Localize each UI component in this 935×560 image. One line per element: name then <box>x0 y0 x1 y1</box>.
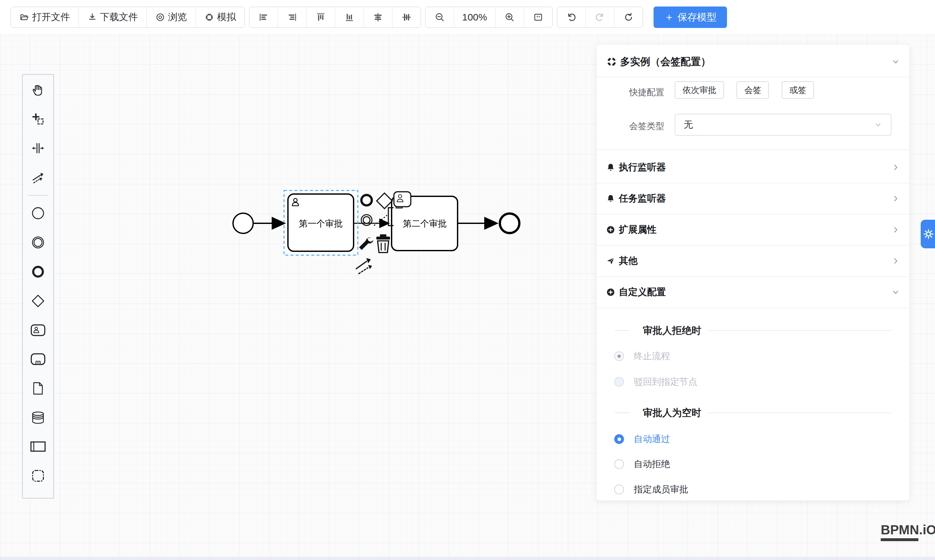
chevron-down-icon[interactable] <box>891 57 900 66</box>
chevron-down-icon <box>891 288 900 297</box>
palette-create-user-task[interactable] <box>29 323 46 337</box>
simulate-label: 模拟 <box>217 11 236 24</box>
subprocess-icon <box>30 352 46 366</box>
undo-button[interactable] <box>557 7 585 27</box>
section-execution-listener[interactable]: 执行监听器 <box>597 152 909 183</box>
gateway-icon <box>31 294 45 308</box>
reset-icon <box>623 12 634 22</box>
palette-create-participant[interactable] <box>29 440 46 454</box>
palette-create-start-event[interactable] <box>29 206 46 220</box>
zoom-group: 100% <box>425 6 553 28</box>
section-extended-properties[interactable]: 扩展属性 <box>597 214 909 246</box>
plus-icon: ＋ <box>664 10 674 25</box>
empty-section-header: 审批人为空时 <box>597 405 909 420</box>
sign-type-value: 无 <box>684 118 693 131</box>
quick-config-options: 依次审批 会签 或签 <box>675 81 825 99</box>
quick-option-countersign[interactable]: 会签 <box>737 81 769 99</box>
change-type-wrench-icon[interactable] <box>359 238 374 250</box>
section-task-listener[interactable]: 任务监听器 <box>597 183 909 214</box>
sign-type-select[interactable]: 无 <box>675 114 892 136</box>
preview-button[interactable]: 浏览 <box>146 7 195 27</box>
align-top-button[interactable] <box>306 7 335 27</box>
radio-button[interactable] <box>614 459 624 469</box>
align-top-icon <box>315 12 326 22</box>
palette-create-data-store[interactable] <box>29 411 46 425</box>
radio-button[interactable] <box>614 377 624 387</box>
radio-return-to-node[interactable]: 驳回到指定节点 <box>614 374 697 390</box>
delete-trash-icon[interactable] <box>376 234 390 252</box>
start-event-shape[interactable] <box>233 213 253 233</box>
history-group <box>557 6 643 28</box>
align-left-button[interactable] <box>249 7 278 27</box>
redo-icon <box>595 12 605 22</box>
palette-hand-tool[interactable] <box>29 83 46 97</box>
align-right-button[interactable] <box>278 7 306 27</box>
gear-icon <box>923 228 934 240</box>
radio-assign-member[interactable]: 指定成员审批 <box>614 482 688 497</box>
append-intermediate-event-icon[interactable] <box>361 215 372 226</box>
align-vertical-center-button[interactable] <box>363 7 392 27</box>
palette-create-gateway[interactable] <box>29 294 46 308</box>
radio-auto-pass[interactable]: 自动通过 <box>614 431 670 447</box>
bpmn-io-logo[interactable]: BPMN.iO <box>881 523 935 541</box>
quick-option-orsign[interactable]: 或签 <box>781 81 814 99</box>
end-event-shape[interactable] <box>500 214 519 233</box>
palette-create-intermediate-event[interactable] <box>29 235 46 249</box>
zoom-out-button[interactable] <box>426 7 454 27</box>
palette-create-group[interactable] <box>29 469 46 483</box>
palette-create-data-object[interactable] <box>29 381 46 395</box>
data-object-icon <box>32 381 45 395</box>
palette-create-subprocess[interactable] <box>29 352 46 366</box>
user-task-1-label: 第一个审批 <box>299 219 343 228</box>
quick-option-sequential[interactable]: 依次审批 <box>675 81 724 99</box>
divider <box>597 77 909 77</box>
header-dash <box>615 412 629 413</box>
simulate-button[interactable]: 模拟 <box>195 7 245 27</box>
download-file-label: 下载文件 <box>100 11 138 24</box>
append-gateway-icon[interactable] <box>377 193 392 209</box>
chip-icon <box>205 12 214 22</box>
align-bottom-button[interactable] <box>335 7 363 27</box>
intermediate-event-icon <box>31 235 45 249</box>
append-user-task-icon[interactable] <box>394 192 411 207</box>
send-icon <box>606 256 615 266</box>
align-horizontal-center-button[interactable] <box>392 7 421 27</box>
open-file-button[interactable]: 打开文件 <box>11 7 78 27</box>
divider <box>597 149 909 150</box>
section-other[interactable]: 其他 <box>597 246 909 277</box>
append-end-event-icon[interactable] <box>361 195 372 205</box>
zoom-in-button[interactable] <box>495 7 524 27</box>
radio-auto-reject[interactable]: 自动拒绝 <box>614 456 670 472</box>
end-event-icon <box>31 265 45 279</box>
redo-button[interactable] <box>585 7 614 27</box>
reject-section-title: 审批人拒绝时 <box>643 324 701 337</box>
save-model-label: 保存模型 <box>678 11 717 24</box>
radio-button[interactable] <box>614 434 624 444</box>
palette-create-end-event[interactable] <box>29 265 46 279</box>
reset-button[interactable] <box>614 7 643 27</box>
global-connect-tool-icon <box>31 170 45 185</box>
chevron-right-icon <box>891 194 900 203</box>
radio-label: 自动拒绝 <box>634 458 670 470</box>
radio-button[interactable] <box>614 485 624 494</box>
radio-button[interactable] <box>614 351 624 361</box>
preview-label: 浏览 <box>168 11 187 24</box>
fit-viewport-button[interactable] <box>524 7 552 27</box>
zoom-in-icon <box>504 12 515 22</box>
section-custom-config[interactable]: 自定义配置 <box>597 277 909 308</box>
sign-type-label: 会签类型 <box>597 120 664 132</box>
radio-terminate-process[interactable]: 终止流程 <box>614 348 670 364</box>
connect-tool-icon[interactable] <box>356 258 372 274</box>
reject-section-header: 审批人拒绝时 <box>597 323 909 338</box>
settings-tab[interactable] <box>921 220 935 248</box>
download-file-button[interactable]: 下载文件 <box>78 7 146 27</box>
bottom-strip <box>0 557 935 560</box>
palette-lasso-tool[interactable] <box>29 112 46 126</box>
save-model-button[interactable]: ＋ 保存模型 <box>654 6 727 28</box>
palette-space-tool[interactable] <box>29 141 46 155</box>
palette-global-connect-tool[interactable] <box>29 170 46 185</box>
section-label: 其他 <box>619 254 638 268</box>
bell-icon <box>606 163 615 172</box>
group-icon <box>31 469 45 483</box>
panel-header[interactable]: 多实例（会签配置） <box>606 52 900 71</box>
